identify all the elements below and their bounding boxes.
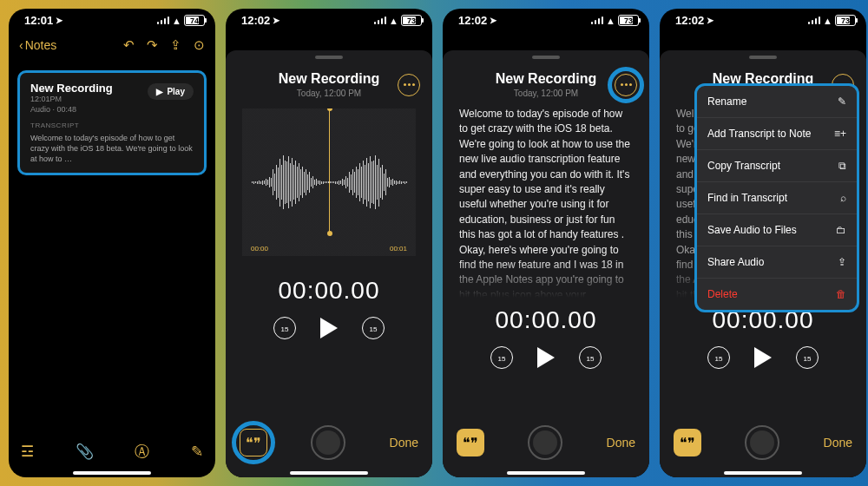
time-tick: 00:01 (390, 245, 407, 253)
menu-delete[interactable]: Delete🗑 (697, 279, 857, 310)
play-button[interactable] (320, 318, 338, 338)
home-indicator[interactable] (290, 471, 368, 475)
home-indicator[interactable] (73, 471, 151, 475)
cellular-icon (591, 16, 604, 24)
search-icon: ⌕ (840, 192, 846, 204)
status-bar: 12:02➤ ▲ 73 (226, 9, 432, 30)
nav-bar: ‹ Notes ↶ ↷ ⇪ ⊙ (9, 30, 215, 60)
cellular-icon (374, 16, 387, 24)
done-button[interactable]: Done (824, 436, 852, 450)
phone-waveform: 12:02➤ ▲ 73 New Recording Today, 12:00 P… (226, 9, 432, 477)
cellular-icon (808, 16, 821, 24)
timer: 00:00.00 (496, 306, 597, 334)
location-icon: ➤ (56, 16, 62, 25)
skip-back-button[interactable]: 15 (707, 346, 730, 369)
status-time: 12:02 (458, 14, 487, 27)
menu-save-audio[interactable]: Save Audio to Files🗀 (697, 214, 857, 246)
status-bar: 12:01➤ ▲ 74 (9, 9, 215, 30)
recording-sheet: New Recording Today, 12:00 PM Welcome to… (443, 50, 649, 477)
playback-controls: 15 15 (707, 346, 819, 369)
markup-icon[interactable]: Ⓐ (135, 442, 149, 462)
record-button[interactable] (745, 425, 779, 460)
battery-icon: 73 (835, 15, 856, 26)
location-icon: ➤ (490, 16, 496, 25)
menu-add-transcript[interactable]: Add Transcript to Note≡+ (697, 118, 857, 150)
share-icon[interactable]: ⇪ (170, 37, 181, 53)
more-button[interactable] (615, 74, 637, 96)
battery-icon: 74 (184, 15, 205, 26)
transcript-text[interactable]: Welcome to today's episode of how to get… (459, 107, 633, 298)
copy-icon: ⧉ (838, 160, 846, 172)
skip-forward-button[interactable]: 15 (362, 317, 385, 339)
sheet-subtitle: Today, 12:00 PM (477, 89, 615, 98)
location-icon: ➤ (273, 16, 279, 25)
transcript-button[interactable]: ❝❞ (457, 429, 484, 456)
wifi-icon: ▲ (389, 16, 398, 26)
wifi-icon: ▲ (172, 16, 181, 26)
sheet-subtitle: Today, 12:00 PM (260, 89, 398, 98)
transcript-label: TRANSCRIPT (30, 122, 194, 129)
playback-controls: 15 15 (273, 317, 385, 339)
skip-back-button[interactable]: 15 (490, 346, 513, 369)
more-icon[interactable]: ⊙ (194, 37, 205, 53)
card-title: New Recording (30, 82, 113, 95)
menu-find-transcript[interactable]: Find in Transcript⌕ (697, 182, 857, 214)
phone-menu: 12:02➤ ▲ 73 New Recording Today, 12:00 P… (660, 9, 866, 477)
timer: 00:00.00 (279, 277, 380, 305)
record-button[interactable] (311, 425, 345, 460)
transcript-button[interactable]: ❝❞ (674, 429, 701, 456)
done-button[interactable]: Done (390, 436, 418, 450)
compose-icon[interactable]: ✎ (191, 443, 203, 461)
playback-controls: 15 15 (490, 346, 602, 369)
pencil-icon: ✎ (838, 95, 846, 108)
recording-card[interactable]: New Recording 12:01PM Audio · 00:48 ▶ Pl… (17, 70, 207, 175)
card-time: 12:01PM (30, 95, 113, 105)
redo-icon[interactable]: ↷ (147, 37, 158, 53)
menu-rename[interactable]: Rename✎ (697, 86, 857, 118)
context-menu: Rename✎ Add Transcript to Note≡+ Copy Tr… (694, 83, 859, 312)
wifi-icon: ▲ (823, 16, 832, 26)
skip-forward-button[interactable]: 15 (796, 346, 819, 369)
sheet-title: New Recording (260, 71, 398, 87)
folder-icon: 🗀 (836, 224, 846, 236)
status-bar: 12:02➤ ▲ 73 (660, 9, 866, 30)
menu-share-audio[interactable]: Share Audio⇪ (697, 246, 857, 279)
sheet-title: New Recording (477, 71, 615, 87)
menu-copy-transcript[interactable]: Copy Transcript⧉ (697, 150, 857, 182)
status-time: 12:02 (675, 14, 704, 27)
battery-icon: 73 (401, 15, 422, 26)
phone-notes-list: 12:01➤ ▲ 74 ‹ Notes ↶ ↷ ⇪ ⊙ New Recordin… (9, 9, 215, 477)
append-icon: ≡+ (834, 128, 846, 140)
play-button[interactable] (537, 347, 555, 368)
toolbar: ☲ 📎 Ⓐ ✎ (9, 435, 215, 469)
status-time: 12:01 (24, 14, 53, 27)
more-button[interactable] (398, 74, 420, 96)
undo-icon[interactable]: ↶ (123, 37, 135, 53)
home-indicator[interactable] (724, 471, 802, 475)
cellular-icon (157, 16, 170, 24)
location-icon: ➤ (707, 16, 713, 25)
transcript-button[interactable]: ❝❞ (240, 429, 267, 456)
trash-icon: 🗑 (836, 288, 846, 300)
status-time: 12:02 (241, 14, 270, 27)
transcript-preview: Welcome to today's episode of how to get… (30, 134, 194, 164)
done-button[interactable]: Done (607, 436, 635, 450)
record-button[interactable] (528, 425, 562, 460)
card-meta: Audio · 00:48 (30, 105, 113, 115)
recording-sheet: New Recording Today, 12:00 PM Welcome to… (660, 50, 866, 477)
play-button[interactable]: ▶ Play (148, 83, 194, 100)
attachment-icon[interactable]: 📎 (76, 443, 94, 461)
phone-transcript: 12:02➤ ▲ 73 New Recording Today, 12:00 P… (443, 9, 649, 477)
checklist-icon[interactable]: ☲ (21, 443, 34, 461)
time-tick: 00:00 (251, 245, 268, 253)
home-indicator[interactable] (507, 471, 585, 475)
waveform[interactable]: 00:00 00:01 (242, 108, 416, 256)
play-button[interactable] (754, 347, 772, 368)
status-bar: 12:02➤ ▲ 73 (443, 9, 649, 30)
share-icon: ⇪ (838, 256, 846, 268)
battery-icon: 73 (618, 15, 639, 26)
back-button[interactable]: ‹ Notes (19, 38, 56, 52)
wifi-icon: ▲ (606, 16, 615, 26)
skip-back-button[interactable]: 15 (273, 317, 296, 339)
skip-forward-button[interactable]: 15 (579, 346, 602, 369)
